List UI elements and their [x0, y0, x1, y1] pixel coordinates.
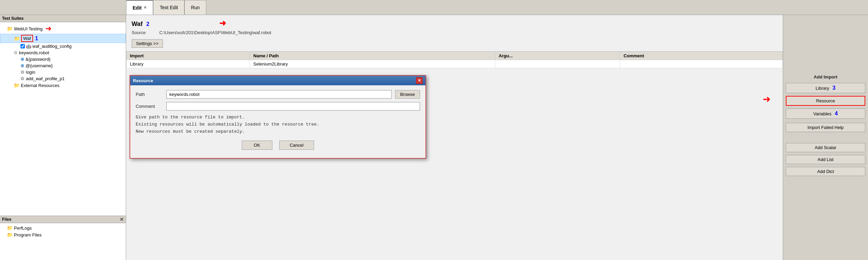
import-failed-help-button[interactable]: Import Failed Help: [786, 123, 865, 132]
add-import-title: Add Import: [783, 73, 868, 81]
comment-input[interactable]: [166, 102, 420, 111]
tab-edit-label: Edit: [133, 5, 141, 11]
suite-name: Waf 2 ➜: [132, 18, 777, 28]
comment-label: Comment: [136, 104, 163, 109]
tab-bar: Edit ✕ Text Edit Run: [0, 0, 868, 15]
source-row: Source C:\Users\xufc201\Desktop\ASF\WebU…: [132, 30, 777, 35]
scalar-icon: ⊕: [20, 57, 24, 62]
right-sidebar: Add Import Library 3 Resource Variables …: [783, 15, 868, 260]
dialog-titlebar: Resource ✕: [130, 76, 425, 85]
add-scalar-button[interactable]: Add Scalar: [786, 143, 865, 152]
badge-2: 2: [146, 21, 149, 27]
tree-item-label: add_waf_profile_p1: [26, 76, 64, 81]
tab-text-edit[interactable]: Text Edit: [153, 0, 184, 15]
ok-button[interactable]: OK: [242, 141, 272, 150]
folder-icon-waf: 📁: [14, 36, 20, 41]
tree-item-keywords[interactable]: ⚙ keywords.robot: [0, 49, 126, 56]
variables-button[interactable]: Variables 4: [786, 109, 865, 119]
tree-item-add-waf[interactable]: ⚙ add_waf_profile_p1: [0, 75, 126, 82]
tab-text-edit-label: Text Edit: [160, 5, 178, 10]
dialog-content: Path Browse Comment Give path to the res…: [130, 85, 425, 158]
tab-run[interactable]: Run: [184, 0, 206, 15]
dialog-footer: OK Cancel: [136, 141, 420, 153]
files-item-programfiles[interactable]: 📁 Program Files: [0, 231, 126, 238]
col-import: Import: [126, 52, 250, 60]
arrow-annotation-1: ➜: [45, 24, 51, 33]
gear-icon-waf: ⚙: [20, 76, 25, 81]
arrow-annotation-3: ➜: [763, 93, 770, 105]
cell-args: [495, 60, 620, 68]
tree-item-label: keywords.robot: [19, 50, 49, 55]
waf-audit-checkbox[interactable]: [20, 44, 25, 48]
browse-button[interactable]: Browse: [395, 90, 420, 99]
tree-item-waf[interactable]: 📁 Waf 1: [0, 34, 126, 43]
tree-item-label: WebUI Testing: [14, 26, 43, 31]
dialog-title: Resource: [133, 78, 153, 83]
waf-label: Waf: [21, 35, 33, 42]
badge-3: 3: [833, 85, 836, 91]
tree-item-external[interactable]: 📁 External Resources: [0, 82, 126, 89]
cell-import: Library: [126, 60, 250, 68]
settings-button[interactable]: Settings >>: [132, 39, 163, 48]
folder-icon-ext: 📁: [14, 83, 19, 88]
tree-item-label: login: [26, 70, 35, 75]
info-section: Waf 2 ➜ Source C:\Users\xufc201\Desktop\…: [126, 15, 783, 52]
folder-icon: 📁: [7, 26, 13, 31]
source-value: C:\Users\xufc201\Desktop\ASF\WebUI_Testi…: [159, 30, 271, 35]
files-title: Files: [2, 217, 11, 222]
files-item-label: Program Files: [14, 232, 42, 237]
tree-item-login[interactable]: ⚙ login: [0, 69, 126, 75]
table-row[interactable]: Library Selenium2Library: [126, 60, 783, 68]
tree-item-label: External Resources: [21, 83, 59, 88]
tree-item-label: @{username}: [26, 63, 53, 68]
col-comment: Comment: [620, 52, 783, 60]
tab-edit-close[interactable]: ✕: [144, 5, 147, 10]
cell-name-path: Selenium2Library: [250, 60, 495, 68]
files-panel: Files ✕ 📁 PerfLogs 📁 Program Files: [0, 216, 126, 260]
list-icon: ⊕: [20, 63, 24, 68]
panel-title: Test Suites: [0, 15, 126, 22]
robot-icon: 🤖: [26, 44, 31, 49]
path-input[interactable]: [166, 90, 392, 99]
sidebar-divider: [783, 134, 868, 141]
path-label: Path: [136, 92, 163, 97]
tab-run-label: Run: [191, 5, 200, 10]
cancel-button[interactable]: Cancel: [279, 141, 314, 150]
dialog-path-row: Path Browse: [136, 90, 420, 99]
gear-icon-login: ⚙: [20, 70, 25, 75]
dialog-comment-row: Comment: [136, 102, 420, 111]
files-item-perflogs[interactable]: 📁 PerfLogs: [0, 225, 126, 231]
imports-table: Import Name / Path Argu... Comment Libra…: [126, 52, 783, 68]
col-args: Argu...: [495, 52, 620, 60]
cell-comment: [620, 60, 783, 68]
badge-4: 4: [835, 111, 838, 116]
robot-file-icon: ⚙: [14, 50, 18, 55]
dialog-close-button[interactable]: ✕: [416, 77, 423, 84]
tree-item-username[interactable]: ⊕ @{username}: [0, 62, 126, 69]
files-item-label: PerfLogs: [14, 226, 32, 231]
left-panel: Test Suites 📁 WebUI Testing ➜ 📁 Waf 1 🤖 …: [0, 15, 126, 260]
files-close-btn[interactable]: ✕: [120, 217, 124, 222]
add-list-button[interactable]: Add List: [786, 155, 865, 164]
tree-item-label: &{password}: [26, 57, 50, 62]
tree-item-label: waf_auditlog_config: [32, 44, 72, 49]
files-header: Files ✕: [0, 216, 126, 223]
folder-icon-perflogs: 📁: [7, 225, 13, 231]
resource-button[interactable]: Resource: [786, 96, 865, 106]
library-button[interactable]: Library 3: [786, 83, 865, 93]
files-tree[interactable]: 📁 PerfLogs 📁 Program Files: [0, 223, 126, 260]
tree-item-waf-audit[interactable]: 🤖 waf_auditlog_config: [0, 43, 126, 49]
folder-icon-programfiles: 📁: [7, 232, 13, 237]
dialog-help-text: Give path to the resource file to import…: [136, 114, 420, 135]
arrow-annotation-2: ➜: [219, 18, 226, 28]
tree-item-password[interactable]: ⊕ &{password}: [0, 56, 126, 62]
badge-1: 1: [35, 35, 38, 42]
tree-area[interactable]: 📁 WebUI Testing ➜ 📁 Waf 1 🤖 waf_auditlog…: [0, 22, 126, 216]
source-label: Source: [132, 30, 146, 35]
tab-edit[interactable]: Edit ✕: [126, 0, 153, 15]
resource-dialog: Resource ✕ Path Browse Comment Give path…: [130, 75, 426, 159]
col-name-path: Name / Path: [250, 52, 495, 60]
add-dict-button[interactable]: Add Dict: [786, 167, 865, 176]
tree-item-webuilisting[interactable]: 📁 WebUI Testing ➜: [0, 24, 126, 34]
